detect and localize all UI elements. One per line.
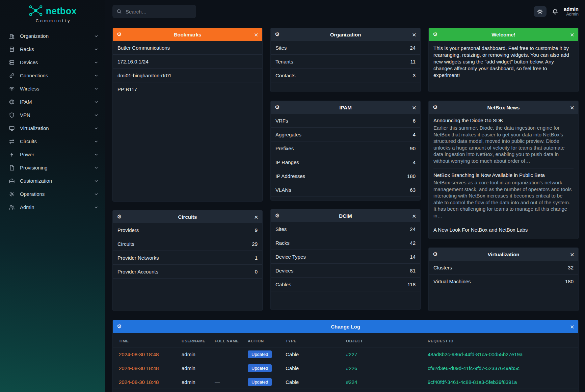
- wifi-icon: [9, 86, 16, 92]
- column-header: ACTION: [248, 339, 286, 343]
- widget-settings-icon[interactable]: ⚙: [275, 105, 280, 110]
- stat-label-link[interactable]: Providers: [117, 227, 139, 233]
- widget-changelog-header[interactable]: ⚙ Change Log ×: [113, 320, 578, 333]
- bookmark-item[interactable]: 172.16.0.1/24: [113, 55, 262, 69]
- widget-virtualization-header[interactable]: ⚙ Virtualization ×: [429, 248, 578, 261]
- stat-label-link[interactable]: Aggregates: [275, 132, 301, 137]
- bookmark-item[interactable]: Butler Communications: [113, 41, 262, 55]
- close-icon[interactable]: ×: [412, 31, 416, 38]
- stat-label-link[interactable]: Racks: [275, 240, 290, 246]
- changelog-object-link[interactable]: #226: [346, 365, 428, 371]
- stat-row: IP Addresses180: [271, 169, 420, 183]
- close-icon[interactable]: ×: [570, 323, 574, 330]
- widget-welcome: ⚙ Welcome! × This is your personal dashb…: [428, 28, 579, 92]
- widget-settings-icon[interactable]: ⚙: [275, 32, 280, 37]
- sidebar-item-organization[interactable]: Organization: [0, 29, 105, 43]
- sidebar-item-wireless[interactable]: Wireless: [0, 82, 105, 95]
- stat-value: 3: [413, 73, 416, 78]
- widget-settings-icon[interactable]: ⚙: [117, 32, 122, 37]
- sidebar-item-label: Admin: [20, 204, 94, 210]
- stat-label-link[interactable]: Cables: [275, 282, 291, 287]
- stat-label-link[interactable]: Virtual Machines: [433, 279, 471, 284]
- widget-dcim-header[interactable]: ⚙ DCIM ×: [271, 209, 420, 222]
- stat-value: 14: [410, 254, 416, 260]
- stat-row: Circuits29: [113, 237, 262, 251]
- search-input[interactable]: [125, 8, 192, 15]
- changelog-row: 2024-08-30 18:47 admin — Updated Cable #…: [113, 389, 578, 392]
- stat-label-link[interactable]: Tenants: [275, 59, 293, 64]
- widget-settings-icon[interactable]: ⚙: [433, 105, 437, 110]
- close-icon[interactable]: ×: [254, 31, 258, 38]
- widget-settings-icon[interactable]: ⚙: [433, 32, 437, 37]
- sidebar-item-provisioning[interactable]: Provisioning: [0, 161, 105, 174]
- sidebar-item-admin[interactable]: Admin: [0, 201, 105, 214]
- stat-label-link[interactable]: Prefixes: [275, 146, 294, 151]
- stat-label-link[interactable]: Sites: [275, 226, 287, 232]
- widget-settings-icon[interactable]: ⚙: [117, 324, 122, 329]
- widget-welcome-header[interactable]: ⚙ Welcome! ×: [429, 28, 578, 41]
- sidebar-item-operations[interactable]: Operations: [0, 187, 105, 201]
- changelog-object-link[interactable]: #224: [346, 379, 428, 385]
- stat-label-link[interactable]: IP Ranges: [275, 159, 299, 165]
- widget-settings-icon[interactable]: ⚙: [117, 214, 122, 219]
- close-icon[interactable]: ×: [254, 213, 258, 220]
- sidebar-item-devices[interactable]: Devices: [0, 56, 105, 69]
- chevron-down-icon: [94, 34, 99, 38]
- widget-bookmarks-header[interactable]: ⚙ Bookmarks ×: [113, 28, 262, 41]
- stat-label-link[interactable]: IP Addresses: [275, 173, 305, 179]
- changelog-object-link[interactable]: #227: [346, 351, 428, 357]
- widget-news-header[interactable]: ⚙ NetBox News ×: [429, 101, 578, 114]
- widget-circuits-header[interactable]: ⚙ Circuits ×: [113, 210, 262, 223]
- changelog-time-link[interactable]: 2024-08-30 18:48: [119, 379, 182, 385]
- stat-label-link[interactable]: Device Types: [275, 254, 306, 260]
- shield-icon: [9, 112, 16, 118]
- stat-label-link[interactable]: Circuits: [117, 241, 134, 247]
- bookmark-item[interactable]: PP:B117: [113, 82, 262, 96]
- notifications-button[interactable]: [552, 8, 558, 15]
- changelog-request-id-link[interactable]: 9cf40fdf-3461-4c88-81a3-5feb39f8391a: [428, 379, 573, 385]
- widget-ipam-header[interactable]: ⚙ IPAM ×: [271, 101, 420, 114]
- stat-label-link[interactable]: Contacts: [275, 73, 295, 78]
- widget-settings-icon[interactable]: ⚙: [275, 213, 280, 218]
- widget-organization-header[interactable]: ⚙ Organization ×: [271, 28, 420, 41]
- stat-label-link[interactable]: VLANs: [275, 187, 291, 193]
- brand-logo[interactable]: netbox Community: [0, 0, 105, 23]
- theme-toggle-button[interactable]: [534, 6, 547, 17]
- stat-label-link[interactable]: Provider Networks: [117, 255, 159, 261]
- chevron-down-icon: [94, 60, 99, 65]
- chevron-down-icon: [94, 152, 99, 157]
- stat-label-link[interactable]: Devices: [275, 268, 293, 273]
- stat-label-link[interactable]: Clusters: [433, 265, 452, 270]
- close-icon[interactable]: ×: [412, 104, 416, 111]
- stat-label-link[interactable]: Provider Accounts: [117, 269, 158, 275]
- sidebar-item-racks[interactable]: Racks: [0, 43, 105, 56]
- search-icon: [116, 9, 122, 14]
- close-icon[interactable]: ×: [570, 104, 574, 111]
- sidebar-item-vpn[interactable]: VPN: [0, 108, 105, 122]
- user-menu[interactable]: admin Admin: [564, 6, 579, 17]
- sidebar-item-circuits[interactable]: Circuits: [0, 135, 105, 148]
- stat-label-link[interactable]: VRFs: [275, 118, 288, 124]
- column-header: FULL NAME: [215, 339, 248, 343]
- sidebar-item-connections[interactable]: Connections: [0, 69, 105, 82]
- changelog-request-id-link[interactable]: cf92d3e6-d09d-41fc-9fd7-52337649ab5c: [428, 365, 573, 371]
- changelog-time-link[interactable]: 2024-08-30 18:48: [119, 351, 182, 357]
- gear-icon: [9, 191, 16, 197]
- stat-label-link[interactable]: Sites: [275, 45, 287, 51]
- changelog-time-link[interactable]: 2024-08-30 18:48: [119, 365, 182, 371]
- sidebar-item-virtualization[interactable]: Virtualization: [0, 122, 105, 135]
- changelog-request-id-link[interactable]: 48ad8b2c-986d-44fd-81ca-00d55b27e19a: [428, 351, 573, 357]
- chevron-down-icon: [94, 192, 99, 197]
- news-headline-link[interactable]: NetBox Branching is Now Available in Pub…: [433, 172, 574, 178]
- close-icon[interactable]: ×: [570, 251, 574, 258]
- news-headline-link[interactable]: Announcing the Diode Go SDK: [433, 117, 574, 123]
- sidebar-item-customization[interactable]: Customization: [0, 174, 105, 187]
- widget-settings-icon[interactable]: ⚙: [433, 252, 437, 257]
- news-headline-link[interactable]: A New Look For NetBox and NetBox Labs: [433, 227, 574, 233]
- stat-row: VLANs63: [271, 183, 420, 197]
- bookmark-item[interactable]: dmi01-binghamton-rtr01: [113, 69, 262, 82]
- close-icon[interactable]: ×: [570, 31, 574, 38]
- sidebar-item-ipam[interactable]: IPAM: [0, 95, 105, 108]
- sidebar-item-power[interactable]: Power: [0, 148, 105, 161]
- close-icon[interactable]: ×: [412, 212, 416, 219]
